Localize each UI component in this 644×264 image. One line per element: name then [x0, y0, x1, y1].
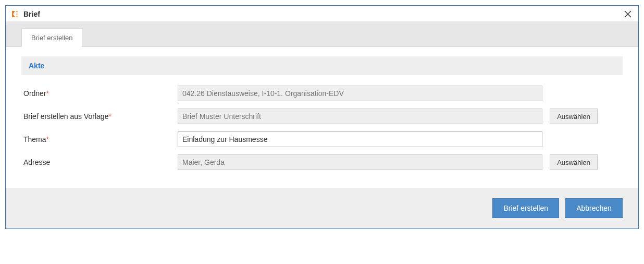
label-topic: Thema* — [21, 135, 178, 143]
label-folder-text: Ordner — [23, 89, 46, 98]
required-star: * — [46, 89, 49, 98]
label-topic-text: Thema — [23, 135, 46, 143]
form-area: Akte Ordner* Brief erstellen aus Vorlage… — [6, 47, 638, 188]
brief-dialog: Brief Brief erstellen Akte Ordner* Brief… — [5, 5, 639, 229]
cancel-button[interactable]: Abbrechen — [565, 198, 623, 218]
template-field — [178, 109, 542, 124]
create-button[interactable]: Brief erstellen — [492, 198, 559, 218]
select-address-button[interactable]: Auswählen — [550, 154, 598, 170]
window-title: Brief — [23, 10, 40, 18]
row-folder: Ordner* — [21, 86, 623, 101]
required-star: * — [46, 135, 49, 143]
titlebar: Brief — [6, 6, 638, 21]
label-address: Adresse — [21, 158, 178, 166]
select-template-button[interactable]: Auswählen — [550, 109, 598, 124]
close-icon[interactable] — [623, 9, 633, 19]
app-icon — [11, 10, 19, 18]
bottom-bar: Brief erstellen Abbrechen — [6, 188, 638, 229]
tab-create[interactable]: Brief erstellen — [21, 28, 82, 47]
label-template-text: Brief erstellen aus Vorlage — [23, 112, 108, 121]
titlebar-left: Brief — [11, 10, 40, 18]
required-star: * — [108, 112, 111, 121]
row-address: Adresse Auswählen — [21, 154, 623, 170]
label-template: Brief erstellen aus Vorlage* — [21, 112, 178, 121]
section-header-akte: Akte — [21, 56, 623, 75]
label-address-text: Adresse — [23, 158, 50, 166]
tabbar: Brief erstellen — [6, 21, 638, 47]
label-folder: Ordner* — [21, 89, 178, 98]
row-template: Brief erstellen aus Vorlage* Auswählen — [21, 109, 623, 124]
row-topic: Thema* — [21, 131, 623, 147]
topic-input[interactable] — [178, 131, 542, 147]
folder-field — [178, 86, 542, 101]
address-field — [178, 154, 542, 170]
